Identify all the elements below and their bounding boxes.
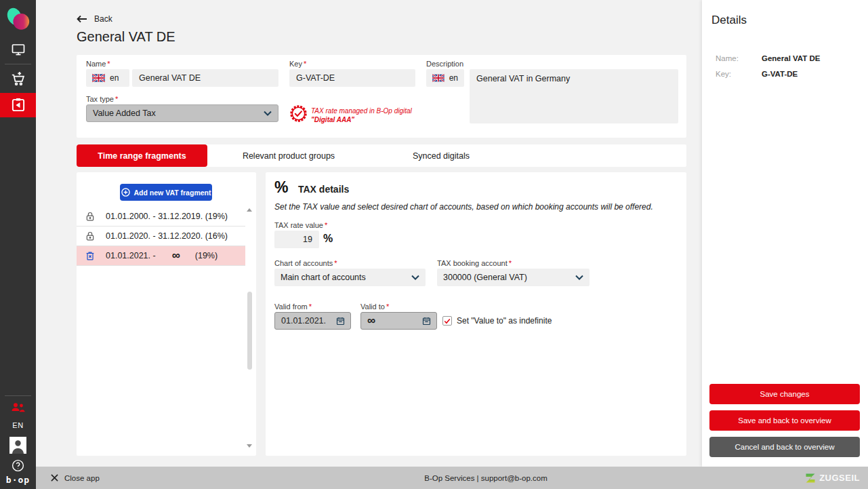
scrollbar-thumb[interactable] bbox=[247, 292, 252, 370]
managed-note-line1: TAX rate managed in B-Op digital bbox=[311, 106, 412, 115]
uk-flag-icon bbox=[432, 74, 445, 82]
valid-from-field[interactable]: 01.01.2021. bbox=[274, 312, 351, 330]
cancel-and-back-button[interactable]: Cancel and back to overview bbox=[709, 437, 860, 457]
brand-logo-icon bbox=[5, 7, 31, 33]
name-language-selector[interactable]: en bbox=[86, 69, 129, 87]
app-window: EN b·op Back General VAT DE bbox=[0, 0, 868, 489]
delete-fragment-icon[interactable] bbox=[85, 250, 96, 262]
back-button[interactable]: Back bbox=[77, 14, 112, 24]
key-label: Key* bbox=[289, 60, 306, 68]
sidebar-item-shop[interactable] bbox=[0, 68, 36, 91]
scroll-up-arrow[interactable] bbox=[246, 207, 253, 214]
chart-of-accounts-label: Chart of accounts* bbox=[274, 259, 337, 267]
key-input[interactable] bbox=[289, 69, 415, 87]
fragment-row-text: 01.01.2021. - bbox=[106, 251, 156, 260]
sidebar: EN b·op bbox=[0, 0, 36, 489]
tax-type-label: Tax type* bbox=[86, 95, 118, 103]
uk-flag-icon bbox=[92, 74, 105, 82]
description-language-code: en bbox=[449, 73, 458, 83]
valid-to-label: Valid to* bbox=[360, 302, 389, 311]
app-logo[interactable] bbox=[0, 5, 36, 34]
required-mark: * bbox=[115, 95, 118, 103]
valid-to-field[interactable]: ∞ bbox=[360, 312, 437, 330]
valid-from-value: 01.01.2021. bbox=[281, 316, 326, 326]
seal-check-icon bbox=[289, 104, 308, 123]
required-mark: * bbox=[309, 302, 312, 311]
booking-account-value: 300000 (General VAT) bbox=[443, 273, 527, 282]
footer-support-text: B-Op Services | support@b-op.com bbox=[424, 467, 547, 489]
tab-time-range-fragments[interactable]: Time range fragments bbox=[77, 144, 207, 167]
add-vat-fragment-button[interactable]: Add new VAT fragment bbox=[120, 184, 212, 201]
tax-type-value: Value Added Tax bbox=[93, 109, 156, 118]
chart-of-accounts-select[interactable]: Main chart of accounts bbox=[274, 269, 426, 286]
sidebar-item-devices[interactable] bbox=[0, 39, 36, 60]
chevron-down-icon bbox=[264, 111, 272, 116]
zugseil-wordmark: ZUGSEIL bbox=[819, 473, 860, 483]
save-changes-button[interactable]: Save changes bbox=[709, 384, 860, 404]
chart-of-accounts-value: Main chart of accounts bbox=[281, 273, 366, 282]
description-language-selector[interactable]: en bbox=[426, 69, 464, 87]
description-label: Description bbox=[426, 60, 463, 68]
tab-synced-digitals[interactable]: Synced digitals bbox=[370, 144, 512, 167]
fragment-row-selected[interactable]: 01.01.2021. - ∞ (19%) bbox=[77, 246, 245, 266]
valid-from-label: Valid from* bbox=[274, 302, 312, 311]
details-name-label: Name: bbox=[716, 54, 739, 62]
tax-details-panel: % TAX details Set the TAX value and sele… bbox=[266, 172, 686, 456]
sidebar-item-users[interactable] bbox=[0, 400, 36, 415]
language-switcher[interactable]: EN bbox=[0, 420, 36, 431]
close-app-button[interactable]: Close app bbox=[51, 467, 100, 489]
name-label: Name* bbox=[86, 60, 110, 68]
indefinite-checkbox-label[interactable]: Set "Value to" as indefinite bbox=[457, 316, 552, 326]
details-sidebar: Details Name: General VAT DE Key: G-VAT-… bbox=[702, 0, 868, 467]
sidebar-item-tax-active[interactable] bbox=[0, 93, 36, 117]
percent-unit-icon: % bbox=[323, 233, 333, 245]
sidebar-item-help[interactable] bbox=[0, 458, 36, 473]
name-input[interactable] bbox=[132, 69, 278, 87]
details-title: Details bbox=[711, 14, 747, 27]
details-key-value: G-VAT-DE bbox=[762, 70, 798, 78]
circle-plus-icon bbox=[121, 188, 130, 197]
tax-rate-label: TAX rate value* bbox=[274, 221, 327, 229]
fragment-rows: 01.01.2000. - 31.12.2019. (19%) 01.01.20… bbox=[77, 207, 245, 266]
check-icon bbox=[444, 318, 451, 324]
scroll-down-arrow[interactable] bbox=[246, 442, 253, 449]
indefinite-checkbox[interactable] bbox=[442, 316, 452, 326]
help-icon bbox=[11, 458, 25, 473]
close-icon bbox=[51, 474, 58, 482]
lock-icon bbox=[85, 211, 96, 222]
avatar-icon bbox=[9, 437, 26, 454]
managed-note-line2: "Digital AAA" bbox=[311, 116, 354, 123]
managed-note: TAX rate managed in B-Op digital "Digita… bbox=[311, 106, 412, 124]
booking-account-label: TAX booking account* bbox=[437, 259, 512, 267]
close-app-label: Close app bbox=[64, 474, 100, 482]
required-mark: * bbox=[386, 302, 389, 311]
monitor-icon bbox=[10, 41, 26, 58]
tax-rate-input[interactable] bbox=[274, 231, 319, 248]
tax-type-select[interactable]: Value Added Tax bbox=[86, 104, 278, 122]
calendar-icon bbox=[335, 316, 346, 326]
sidebar-item-profile[interactable] bbox=[0, 436, 36, 454]
infinity-icon: ∞ bbox=[172, 252, 180, 259]
sidebar-divider bbox=[5, 64, 31, 64]
infinity-icon: ∞ bbox=[367, 317, 375, 324]
tab-relevant-product-groups[interactable]: Relevant product groups bbox=[207, 144, 370, 167]
description-textarea[interactable]: General VAT in Germany bbox=[470, 69, 678, 123]
zugseil-brand: ZUGSEIL bbox=[805, 467, 860, 489]
fragment-row[interactable]: 01.01.2020. - 31.12.2020. (16%) bbox=[77, 227, 245, 246]
calendar-icon bbox=[421, 316, 432, 326]
clipboard-back-icon bbox=[9, 96, 27, 114]
bop-logo-text: b·op bbox=[6, 475, 30, 485]
fragment-row[interactable]: 01.01.2000. - 31.12.2019. (19%) bbox=[77, 207, 245, 227]
managed-badge bbox=[289, 104, 308, 125]
fragment-row-text: 01.01.2020. - 31.12.2020. (16%) bbox=[106, 231, 228, 241]
name-language-code: en bbox=[110, 73, 119, 83]
general-form-card: Name* en Tax type* Value Added Tax Key* bbox=[77, 55, 686, 138]
page-title: General VAT DE bbox=[77, 29, 175, 45]
details-name-value: General VAT DE bbox=[762, 54, 821, 62]
booking-account-select[interactable]: 300000 (General VAT) bbox=[437, 269, 590, 286]
tab-bar: Time range fragments Relevant product gr… bbox=[77, 144, 686, 167]
language-label: EN bbox=[12, 421, 23, 429]
save-and-back-button[interactable]: Save and back to overview bbox=[709, 410, 860, 431]
tax-details-subtitle: Set the TAX value and select desired cha… bbox=[274, 202, 653, 212]
tax-details-title: TAX details bbox=[298, 184, 349, 195]
